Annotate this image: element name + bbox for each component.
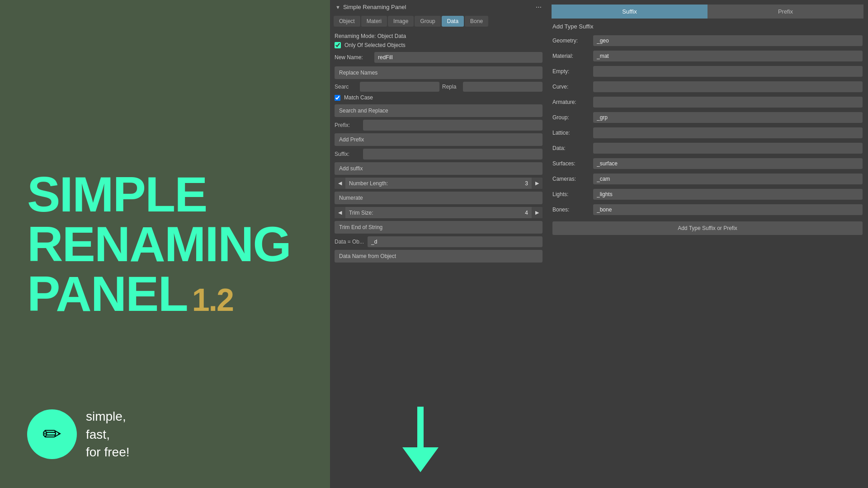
data-eq-row: Data = Ob... — [335, 236, 542, 247]
right-section: Suffix Prefix Add Type Suffix Geometry: … — [547, 0, 868, 488]
type-group: Group: — [547, 110, 868, 125]
tagline: simple,fast,for free! — [86, 408, 129, 461]
cameras-label: Cameras: — [552, 176, 589, 182]
bones-input[interactable] — [593, 204, 863, 215]
search-replace-row: Searc Repla — [335, 82, 542, 92]
tab-bone[interactable]: Bone — [465, 16, 488, 27]
tab-data[interactable]: Data — [442, 16, 464, 27]
number-length-label: Number Length: — [345, 180, 525, 187]
only-selected-row: Only Of Selected Objects — [335, 42, 542, 48]
type-lattice: Lattice: — [547, 126, 868, 140]
version-number: 1.2 — [192, 282, 233, 318]
bones-label: Bones: — [552, 206, 589, 213]
lattice-input[interactable] — [593, 127, 863, 138]
replace-names-button[interactable]: Replace Names — [335, 66, 542, 79]
match-case-label: Match Case — [344, 94, 373, 101]
tab-row: Object Materi Image Group Data Bone — [330, 14, 547, 28]
replace-input[interactable] — [463, 82, 542, 92]
collapse-icon[interactable]: ▼ — [335, 5, 340, 10]
title-line3: PANEL1.2 — [27, 269, 303, 319]
renaming-mode-label: Renaming Mode: Object Data — [335, 31, 542, 42]
data-eq-label: Data = Ob... — [335, 239, 364, 245]
data-eq-input[interactable] — [368, 236, 542, 247]
surfaces-input[interactable] — [593, 158, 863, 169]
search-input[interactable] — [360, 82, 439, 92]
empty-input[interactable] — [593, 66, 863, 77]
search-replace-button[interactable]: Search and Replace — [335, 104, 542, 117]
add-type-suffix-prefix-button[interactable]: Add Type Suffix or Prefix — [552, 221, 863, 235]
group-label: Group: — [552, 114, 589, 121]
armature-input[interactable] — [593, 97, 863, 108]
type-list: Geometry: Material: Empty: Curve: Armatu… — [547, 33, 868, 217]
material-input[interactable] — [593, 51, 863, 61]
panel-body: Renaming Mode: Object Data Only Of Selec… — [330, 28, 547, 268]
only-selected-checkbox[interactable] — [335, 42, 341, 48]
armature-label: Armature: — [552, 99, 589, 105]
suffix-tab[interactable]: Suffix — [552, 5, 708, 19]
lattice-label: Lattice: — [552, 130, 589, 136]
tab-image[interactable]: Image — [388, 16, 414, 27]
curve-label: Curve: — [552, 84, 589, 90]
trim-size-value: 4 — [525, 210, 532, 216]
search-label: Searc — [335, 84, 357, 90]
trim-size-row: ◀ Trim Size: 4 ▶ — [335, 207, 542, 218]
title-line2: RENAMING — [27, 219, 303, 269]
lights-input[interactable] — [593, 189, 863, 200]
type-curve: Curve: — [547, 80, 868, 94]
suffix-prefix-tabs: Suffix Prefix — [547, 0, 868, 19]
data-input[interactable] — [593, 143, 863, 154]
number-length-decrease[interactable]: ◀ — [335, 178, 345, 189]
add-type-suffix-title: Add Type Suffix — [547, 19, 868, 33]
renaming-panel: ▼ Simple Renaming Panel ⋯ Object Materi … — [330, 0, 547, 488]
curve-input[interactable] — [593, 81, 863, 92]
number-length-row: ◀ Number Length: 3 ▶ — [335, 178, 542, 189]
tab-object[interactable]: Object — [334, 16, 360, 27]
trim-size-label: Trim Size: — [345, 210, 525, 216]
left-section: SIMPLE RENAMING PANEL1.2 ✏ simple,fast,f… — [0, 0, 330, 488]
group-input[interactable] — [593, 112, 863, 123]
suffix-row: Suffix: — [335, 149, 542, 160]
geometry-input[interactable] — [593, 35, 863, 46]
panel-title: Simple Renaming Panel — [343, 4, 406, 10]
type-bones: Bones: — [547, 202, 868, 217]
panel-header: ▼ Simple Renaming Panel ⋯ — [330, 0, 547, 14]
new-name-row: New Name: — [335, 52, 542, 63]
logo-section: ✏ simple,fast,for free! — [27, 408, 129, 461]
new-name-input[interactable] — [374, 52, 542, 63]
suffix-input[interactable] — [363, 149, 542, 160]
type-cameras: Cameras: — [547, 172, 868, 186]
geometry-label: Geometry: — [552, 38, 589, 44]
empty-label: Empty: — [552, 68, 589, 75]
new-name-label: New Name: — [335, 54, 371, 61]
type-material: Material: — [547, 49, 868, 63]
number-length-increase[interactable]: ▶ — [532, 178, 542, 189]
type-empty: Empty: — [547, 64, 868, 79]
lights-label: Lights: — [552, 191, 589, 197]
main-title: SIMPLE RENAMING PANEL1.2 — [27, 169, 303, 319]
cameras-input[interactable] — [593, 174, 863, 184]
numerate-button[interactable]: Numerate — [335, 192, 542, 204]
tab-material[interactable]: Materi — [361, 16, 387, 27]
trim-size-increase[interactable]: ▶ — [532, 207, 542, 218]
replace-label: Repla — [442, 84, 460, 90]
panel-title-row: ▼ Simple Renaming Panel — [335, 4, 406, 10]
data-label: Data: — [552, 145, 589, 151]
panel-menu-dots[interactable]: ⋯ — [536, 4, 542, 10]
prefix-tab[interactable]: Prefix — [708, 5, 863, 19]
type-surfaces: Surfaces: — [547, 156, 868, 171]
add-prefix-button[interactable]: Add Prefix — [335, 133, 542, 146]
prefix-label: Prefix: — [335, 122, 359, 128]
surfaces-label: Surfaces: — [552, 160, 589, 167]
data-name-object-button[interactable]: Data Name from Object — [335, 250, 542, 263]
prefix-input[interactable] — [363, 120, 542, 131]
match-case-checkbox[interactable] — [335, 95, 340, 101]
add-suffix-button[interactable]: Add suffix — [335, 162, 542, 175]
tab-group[interactable]: Group — [415, 16, 440, 27]
number-length-value: 3 — [525, 180, 532, 187]
type-lights: Lights: — [547, 187, 868, 202]
type-armature: Armature: — [547, 95, 868, 109]
material-label: Material: — [552, 53, 589, 59]
trim-end-button[interactable]: Trim End of String — [335, 221, 542, 234]
trim-size-decrease[interactable]: ◀ — [335, 207, 345, 218]
only-selected-label: Only Of Selected Objects — [344, 42, 406, 48]
